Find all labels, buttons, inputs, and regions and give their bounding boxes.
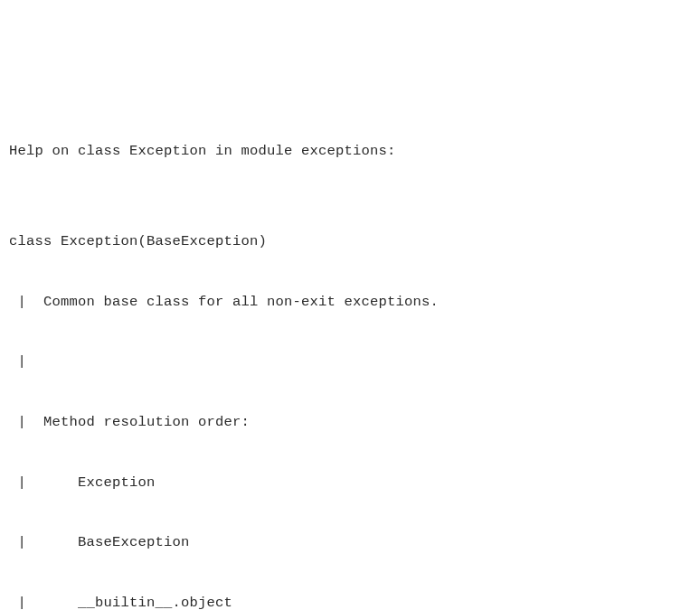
class-declaration: class Exception(BaseException) [9, 227, 691, 257]
class-description: | Common base class for all non-exit exc… [9, 287, 691, 317]
mro-header: | Method resolution order: [9, 408, 691, 437]
mro-item: | __builtin__.object [9, 588, 691, 610]
pipe-line: | [9, 347, 691, 377]
help-output: Help on class Exception in module except… [9, 136, 691, 610]
mro-item: | Exception [9, 468, 691, 498]
help-header: Help on class Exception in module except… [9, 136, 691, 166]
mro-item: | BaseException [9, 528, 691, 558]
